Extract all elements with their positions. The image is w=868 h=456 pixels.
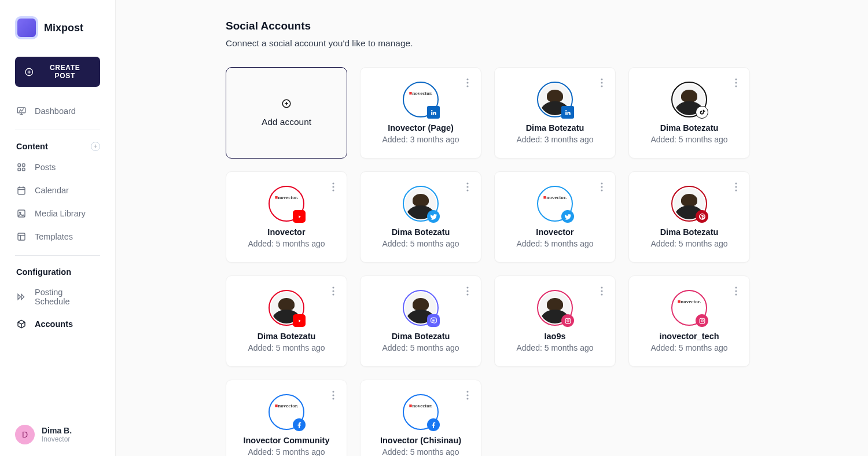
svg-point-44 xyxy=(332,286,334,288)
svg-point-55 xyxy=(569,319,569,319)
svg-rect-10 xyxy=(18,187,25,194)
twitter-icon xyxy=(561,210,574,223)
forward-icon xyxy=(16,292,27,302)
twitter-icon xyxy=(427,210,440,223)
account-added: Added: 3 months ago xyxy=(516,135,593,144)
dots-vertical-icon xyxy=(601,78,603,87)
create-post-button[interactable]: CREATE POST xyxy=(15,57,100,87)
presentation-icon xyxy=(16,106,27,116)
svg-point-32 xyxy=(332,182,334,184)
svg-point-46 xyxy=(332,293,334,295)
nav-accounts[interactable]: Accounts xyxy=(7,312,108,336)
divider xyxy=(15,255,100,256)
account-card: Dima BotezatuAdded: 5 months ago xyxy=(226,275,347,367)
svg-point-34 xyxy=(332,189,334,191)
card-menu-button[interactable] xyxy=(327,179,340,195)
account-avatar xyxy=(403,186,439,222)
account-added: Added: 5 months ago xyxy=(382,447,459,456)
account-added: Added: 5 months ago xyxy=(248,343,325,352)
account-card: ■novector.InovectorAdded: 5 months ago xyxy=(226,171,347,263)
plus-circle-icon xyxy=(24,67,34,77)
card-menu-button[interactable] xyxy=(730,179,742,195)
svg-rect-9 xyxy=(23,168,25,171)
card-menu-button[interactable] xyxy=(327,283,340,299)
youtube-icon xyxy=(293,210,306,223)
nav-calendar[interactable]: Calendar xyxy=(7,179,108,202)
nav-posting-schedule[interactable]: Posting Schedule xyxy=(7,281,108,312)
account-name: Dima Botezatu xyxy=(258,332,316,341)
account-avatar xyxy=(671,186,707,222)
account-added: Added: 5 months ago xyxy=(516,239,593,248)
account-name: Dima Botezatu xyxy=(660,227,719,237)
nav-media-library[interactable]: Media Library xyxy=(7,202,108,225)
account-name: Inovector Community xyxy=(243,436,329,445)
account-name: Inovector (Page) xyxy=(388,123,454,133)
account-added: Added: 5 months ago xyxy=(248,239,325,248)
svg-point-67 xyxy=(466,398,468,399)
linkedin-icon xyxy=(427,106,440,119)
account-card: ■novector.Inovector (Chisinau)Added: 5 m… xyxy=(360,380,481,456)
user-menu[interactable]: D Dima B. Inovector xyxy=(0,425,115,444)
nav-dashboard[interactable]: Dashboard xyxy=(7,100,108,123)
card-menu-button[interactable] xyxy=(730,75,742,91)
dots-vertical-icon xyxy=(735,286,737,296)
svg-point-57 xyxy=(735,290,737,292)
layout-icon xyxy=(16,231,27,242)
user-avatar: D xyxy=(15,425,35,444)
account-card: ■novector.InovectorAdded: 5 months ago xyxy=(494,171,616,263)
account-avatar: ■novector. xyxy=(269,186,304,222)
dots-vertical-icon xyxy=(332,182,334,192)
svg-point-25 xyxy=(466,85,468,87)
svg-point-45 xyxy=(332,290,334,292)
account-added: Added: 5 months ago xyxy=(248,447,325,456)
card-menu-button[interactable] xyxy=(461,179,474,195)
nav-templates[interactable]: Templates xyxy=(7,225,108,248)
linkedin-icon xyxy=(561,106,574,119)
card-menu-button[interactable] xyxy=(730,283,742,299)
account-avatar: ■novector. xyxy=(537,186,573,222)
card-menu-button[interactable] xyxy=(327,387,340,403)
svg-point-26 xyxy=(601,78,602,80)
page-title: Social Accounts xyxy=(226,20,868,32)
account-card: Dima BotezatuAdded: 5 months ago xyxy=(360,275,481,367)
plus-circle-icon xyxy=(281,98,292,109)
svg-point-65 xyxy=(466,391,468,392)
account-name: Inovector (Chisinau) xyxy=(380,436,461,445)
instagram-icon xyxy=(696,314,708,327)
card-menu-button[interactable] xyxy=(461,75,474,91)
facebook-icon xyxy=(427,418,440,431)
card-menu-button[interactable] xyxy=(461,387,474,403)
svg-point-56 xyxy=(735,286,737,288)
dots-vertical-icon xyxy=(466,78,469,87)
svg-point-50 xyxy=(601,286,602,288)
account-avatar: ■novector. xyxy=(269,394,304,430)
main-content: Social Accounts Connect a social account… xyxy=(116,0,868,456)
svg-point-54 xyxy=(567,319,569,322)
svg-point-36 xyxy=(466,186,468,187)
svg-point-24 xyxy=(466,82,468,83)
cube-icon xyxy=(16,319,27,329)
dots-vertical-icon xyxy=(466,391,469,400)
svg-rect-7 xyxy=(23,164,25,167)
card-menu-button[interactable] xyxy=(595,75,608,91)
account-added: Added: 5 months ago xyxy=(650,343,727,352)
account-name: Dima Botezatu xyxy=(392,227,450,237)
account-added: Added: 5 months ago xyxy=(650,135,727,144)
account-card: ■novector.Inovector (Page)Added: 3 month… xyxy=(360,67,481,159)
add-account-card[interactable]: Add account xyxy=(226,67,347,159)
svg-point-61 xyxy=(703,319,704,319)
account-avatar xyxy=(671,82,707,117)
account-name: Inovector xyxy=(267,227,305,237)
account-avatar: ■novector. xyxy=(403,82,439,117)
svg-point-31 xyxy=(735,85,737,87)
youtube-icon xyxy=(293,314,306,327)
add-content-button[interactable]: + xyxy=(91,142,100,151)
card-menu-button[interactable] xyxy=(461,283,474,299)
nav-posts[interactable]: Posts xyxy=(7,156,108,179)
account-avatar xyxy=(537,290,573,326)
account-card: Dima BotezatuAdded: 5 months ago xyxy=(628,67,750,159)
card-menu-button[interactable] xyxy=(595,179,608,195)
svg-rect-8 xyxy=(18,168,21,171)
account-added: Added: 3 months ago xyxy=(382,135,459,144)
card-menu-button[interactable] xyxy=(595,283,608,299)
